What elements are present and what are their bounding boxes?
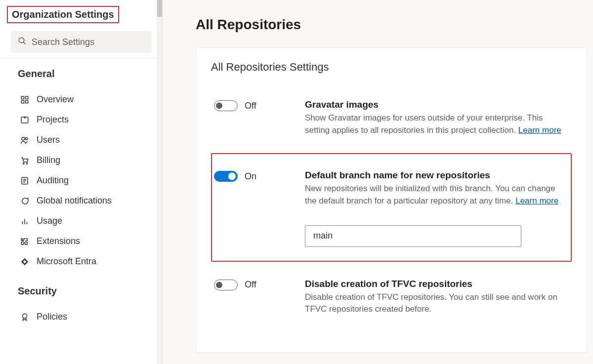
setting-body: Gravatar images Show Gravatar images for… [305, 99, 569, 136]
search-wrap: Search Settings [0, 23, 163, 58]
setting-desc-text: Disable creation of TFVC repositories. Y… [305, 292, 557, 314]
chart-icon [20, 216, 30, 226]
setting-default-branch: On Default branch name for new repositor… [211, 153, 572, 261]
sidebar-item-label: Policies [37, 312, 67, 322]
svg-rect-4 [21, 100, 24, 103]
nav-heading-general: General [18, 68, 152, 80]
grid-icon [20, 95, 30, 105]
svg-line-1 [23, 42, 26, 44]
ribbon-icon [20, 312, 30, 322]
svg-point-20 [23, 314, 27, 318]
page-title: All Repositories [196, 17, 593, 33]
sidebar-item-label: Billing [37, 155, 60, 165]
users-icon [20, 135, 30, 145]
toggle-knob [216, 282, 222, 288]
sidebar-item-label: Auditing [37, 175, 69, 186]
puzzle-icon [20, 237, 30, 246]
main-content: All Repositories All Repositories Settin… [163, 0, 593, 364]
learn-more-link[interactable]: Learn more [518, 125, 561, 135]
settings-card: All Repositories Settings Off Gravatar i… [196, 47, 587, 353]
setting-desc-text: Show Gravatar images for users outside o… [305, 113, 543, 135]
setting-description: Disable creation of TFVC repositories. Y… [305, 291, 569, 316]
sidebar-item-users[interactable]: Users [18, 130, 152, 150]
sidebar-item-label: Microsoft Entra [37, 256, 96, 267]
sidebar-item-billing[interactable]: Billing [18, 150, 152, 170]
toggle-knob [228, 173, 236, 180]
sidebar-item-microsoft-entra[interactable]: Microsoft Entra [18, 251, 152, 272]
card-title: All Repositories Settings [211, 61, 572, 74]
disable-tfvc-toggle[interactable] [214, 280, 238, 290]
svg-point-12 [26, 162, 27, 163]
setting-body: Disable creation of TFVC repositories Di… [305, 279, 569, 316]
setting-disable-tfvc: Off Disable creation of TFVC repositorie… [211, 271, 572, 324]
nav-section-general: General Overview Project [0, 58, 163, 276]
sidebar-title: Organization Settings [7, 6, 119, 23]
sidebar-item-overview[interactable]: Overview [18, 89, 152, 110]
sidebar-item-label: Projects [37, 115, 69, 125]
sidebar-item-policies[interactable]: Policies [18, 307, 152, 327]
sidebar-item-label: Users [37, 135, 60, 145]
default-branch-toggle[interactable] [214, 171, 238, 182]
nav-section-security: Security Policies [0, 276, 163, 331]
svg-rect-2 [21, 96, 24, 99]
toggle-knob [216, 103, 222, 109]
toggle-state-label: Off [245, 280, 256, 290]
search-placeholder: Search Settings [32, 37, 94, 47]
sidebar-item-global-notifications[interactable]: Global notifications [18, 191, 152, 211]
setting-gravatar-images: Off Gravatar images Show Gravatar images… [211, 91, 572, 144]
toggle-state-label: Off [245, 101, 256, 111]
svg-rect-5 [26, 100, 28, 103]
search-settings-input[interactable]: Search Settings [11, 31, 152, 53]
toggle-column: Off [214, 279, 293, 290]
chat-icon [20, 196, 30, 206]
sidebar-scrollbar[interactable] [157, 0, 163, 364]
diamond-icon [20, 257, 30, 267]
setting-body: Default branch name for new repositories… [305, 170, 569, 246]
sidebar-item-extensions[interactable]: Extensions [18, 231, 152, 251]
sidebar-item-label: Usage [37, 216, 62, 226]
svg-point-11 [23, 162, 24, 163]
svg-point-10 [26, 137, 28, 140]
sidebar-item-label: Global notifications [37, 196, 112, 206]
sidebar-item-auditing[interactable]: Auditing [18, 170, 152, 191]
sidebar-item-projects[interactable]: Projects [18, 110, 152, 130]
nav-list-security: Policies [18, 307, 152, 327]
setting-title: Gravatar images [305, 99, 569, 110]
toggle-column: On [214, 170, 293, 182]
plus-box-icon [20, 115, 30, 125]
search-icon [18, 37, 27, 48]
svg-point-9 [22, 137, 25, 140]
nav-list-general: Overview Projects User [18, 89, 152, 272]
svg-point-0 [19, 38, 24, 43]
sidebar-item-usage[interactable]: Usage [18, 211, 152, 231]
setting-description: Show Gravatar images for users outside o… [305, 112, 569, 136]
setting-title: Disable creation of TFVC repositories [305, 279, 569, 289]
nav-heading-security: Security [18, 285, 152, 297]
list-icon [20, 176, 30, 186]
gravatar-toggle[interactable] [214, 100, 238, 111]
settings-sidebar: Organization Settings Search Settings Ge… [0, 0, 163, 364]
learn-more-link[interactable]: Learn more [515, 196, 558, 205]
default-branch-input[interactable] [305, 225, 521, 247]
sidebar-item-label: Extensions [37, 236, 80, 246]
sidebar-item-label: Overview [37, 94, 74, 105]
toggle-state-label: On [245, 171, 256, 182]
setting-description: New repositories will be initialized wit… [305, 183, 569, 207]
toggle-column: Off [214, 99, 293, 111]
scrollbar-thumb[interactable] [157, 0, 162, 17]
setting-title: Default branch name for new repositories [305, 170, 569, 181]
svg-rect-3 [26, 96, 28, 99]
cart-icon [20, 156, 30, 165]
